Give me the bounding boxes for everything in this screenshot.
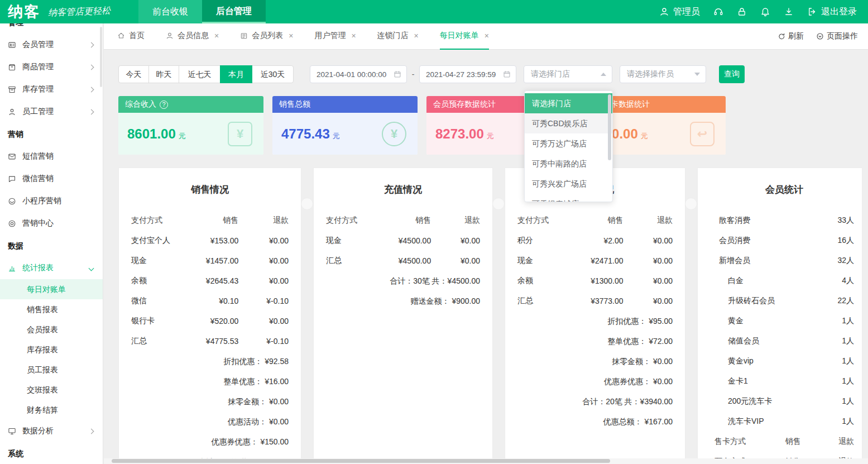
member-stat-row: 洗车卡VIP 1人 [714,412,854,432]
lock-button[interactable] [737,7,747,17]
sidebar-item-member-mgmt[interactable]: 会员管理 [0,34,103,56]
logout-button[interactable]: 退出登录 [807,6,857,18]
miniapp-icon [8,197,16,205]
summary-line: 优惠券优惠： ¥150.00 [131,432,289,452]
search-button[interactable]: 查询 [719,65,745,83]
download-button[interactable] [784,7,794,17]
consume-summary: 折扣优惠： ¥95.00整单优惠： ¥72.00抹零金额： ¥0.00优惠券优惠… [517,311,673,432]
card-title: 销售总额 [279,99,310,109]
member-stat-row: 黄金vip 1人 [714,351,854,371]
store-option[interactable]: 可秀银泰城店 [525,194,612,202]
close-icon[interactable]: × [351,31,356,40]
tab-user-mgmt[interactable]: 用户管理 × [314,23,356,50]
range-last30days-button[interactable]: 近30天 [252,65,294,83]
horizontal-scrollbar[interactable] [104,458,868,464]
nav-backend-admin[interactable]: 后台管理 [202,0,266,23]
tab-daily-statement[interactable]: 每日对账单 × [440,23,489,50]
range-yesterday-button[interactable]: 昨天 [148,65,179,83]
tab-chain-stores[interactable]: 连锁门店 × [377,23,419,50]
member-stat-row: 升级砖石会员 22人 [714,291,854,311]
range-this-month-button[interactable]: 本月 [220,65,252,83]
user-icon [659,7,669,17]
sidebar-item-data-analysis[interactable]: 数据分析 [0,420,103,442]
sidebar-scrollbar-thumb[interactable] [100,27,102,87]
table-row: 汇总 ¥4500.00 ¥0.00 [326,251,480,271]
table-row: 支付宝个人 ¥153.00 ¥0.00 [131,231,289,251]
store-option[interactable]: 可秀CBD娱乐店 [525,113,612,133]
summary-line: 优惠活动： ¥0.00 [131,412,289,432]
table-row: 余额 ¥1300.00 ¥0.00 [517,271,673,291]
summary-line: 抹零金额： ¥0.00 [517,351,673,371]
summary-line: 赠送金额： ¥900.00 [326,291,480,311]
refresh-icon [778,32,785,40]
sidebar-section-system: 系统 [0,442,103,464]
page-tabbar: 首页 会员信息 × 会员列表 × 用户管理 × 连锁门店 × 每日对账单 × 刷… [104,23,868,50]
prepaid-value: 8273.00 [435,126,484,142]
date-range-separator: - [407,70,419,79]
reports-submenu: 每日对账单 销售报表 会员报表 库存报表 员工报表 交班报表 财务结算 [0,279,103,420]
bell-icon [760,7,770,17]
store-select[interactable]: 请选择门店 请选择门店 可秀CBD娱乐店 可秀万达广场店 可秀中南路的店 [524,65,612,83]
current-user-button[interactable]: 管理员 [659,6,700,18]
close-icon[interactable]: × [214,31,219,40]
member-stat-row: 黄金 1人 [714,311,854,331]
nav-front-cashier[interactable]: 前台收银 [138,0,202,23]
start-date-input[interactable]: 2021-04-01 00:00:00 [310,65,407,83]
monitor-icon [8,427,16,436]
page-actions-button[interactable]: 页面操作 [816,31,858,41]
sidebar-subitem[interactable]: 交班报表 [0,380,103,400]
sidebar-subitem[interactable]: 会员报表 [0,319,103,339]
store-option[interactable]: 请选择门店 [525,93,612,113]
sidebar-subitem[interactable]: 销售报表 [0,299,103,319]
sidebar-item-goods-mgmt[interactable]: 商品管理 [0,56,103,78]
sidebar-item-staff-mgmt[interactable]: 员工管理 [0,101,103,123]
notifications-button[interactable] [760,7,770,17]
target-icon [8,219,16,228]
operator-select[interactable]: 请选择操作员 [620,65,706,83]
refresh-button[interactable]: 刷新 [778,31,804,41]
sidebar-subitem[interactable]: 每日对账单 [0,279,103,299]
sidebar-subitem[interactable]: 库存报表 [0,339,103,360]
close-icon[interactable]: × [414,31,419,40]
member-card-icon [8,41,16,49]
end-date-input[interactable]: 2021-04-27 23:59:59 [419,65,516,83]
store-option[interactable]: 可秀中南路的店 [525,154,612,174]
tab-member-info[interactable]: 会员信息 × [166,23,219,50]
tab-member-list[interactable]: 会员列表 × [240,23,293,50]
sidebar-item-miniapp-marketing[interactable]: 小程序营销 [0,190,103,212]
range-last7days-button[interactable]: 近七天 [179,65,220,83]
sidebar-subitem[interactable]: 财务结算 [0,400,103,420]
help-icon[interactable]: ? [160,101,168,109]
dropdown-scrollbar-thumb[interactable] [608,94,611,160]
unit-label: 元 [179,127,186,141]
yuan-circle-icon: ¥ [382,122,406,146]
summary-line: 折扣优惠： ¥95.00 [517,311,673,331]
sidebar-item-inventory-mgmt[interactable]: 库存管理 [0,78,103,101]
summary-cards: 综合收入 ? 8601.00 元 ¥ 销售总额 4775.43 元 ¥ [118,96,868,155]
store-option[interactable]: 可秀兴发广场店 [525,174,612,194]
chevron-right-icon [89,428,94,434]
sidebar-item-sms-marketing[interactable]: 短信营销 [0,145,103,168]
filter-bar: 今天 昨天 近七天 本月 近30天 2021-04-01 00:00:00 - … [118,65,868,83]
bar-chart-icon [8,264,16,272]
store-option[interactable]: 可秀万达广场店 [525,133,612,154]
tab-home[interactable]: 首页 [117,23,145,50]
archive-icon [8,85,16,94]
card-total-income: 综合收入 ? 8601.00 元 ¥ [118,96,263,155]
range-today-button[interactable]: 今天 [118,65,149,83]
sidebar-item-reports[interactable]: 统计报表 [0,257,103,279]
sidebar-subitem[interactable]: 员工报表 [0,360,103,380]
sidebar-item-marketing-center[interactable]: 营销中心 [0,212,103,235]
horizontal-scrollbar-thumb[interactable] [112,459,610,463]
support-button[interactable] [713,7,723,17]
sidebar-section-management: 管理 [0,23,103,34]
chevron-right-icon [89,109,94,114]
card-title: 综合收入 [125,99,156,109]
sales-value: 4775.43 [281,126,330,142]
member-stats-panel: 会员统计 散客消费 33人 会员消费 16人 [697,168,862,464]
caret-down-icon [694,73,700,76]
member-stat-row: 白金 4人 [714,271,854,291]
close-icon[interactable]: × [289,31,293,40]
sidebar-item-wechat-marketing[interactable]: 微信营销 [0,168,103,190]
close-icon[interactable]: × [485,31,489,40]
